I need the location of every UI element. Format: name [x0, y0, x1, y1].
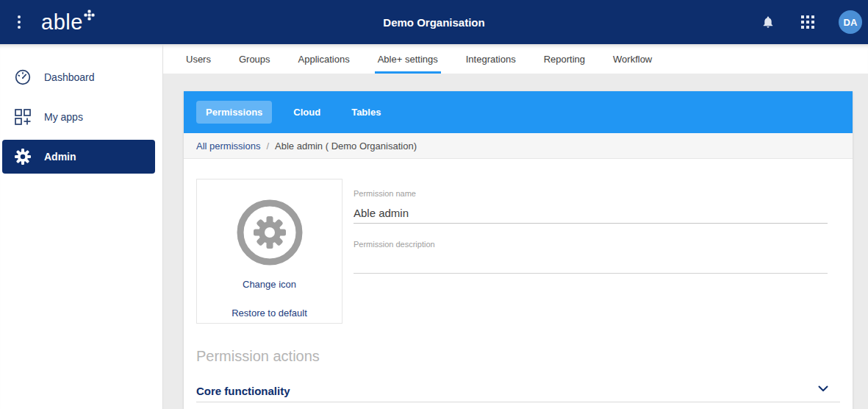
breadcrumb-current: Able admin ( Demo Organisation): [275, 141, 417, 152]
permission-actions-heading: Permission actions: [196, 348, 320, 365]
tab-integrations[interactable]: Integrations: [463, 44, 519, 74]
apps-grid-icon[interactable]: [799, 13, 817, 31]
dashboard-gauge-icon: [14, 68, 32, 86]
tab-able-settings[interactable]: Able+ settings: [375, 44, 441, 74]
sidebar-item-label: Admin: [44, 151, 76, 163]
breadcrumb-all-permissions[interactable]: All permissions: [196, 141, 260, 152]
gear-icon: [235, 198, 304, 267]
chevron-down-icon[interactable]: [818, 385, 828, 392]
page-title: Demo Organisation: [383, 0, 484, 44]
tab-workflow[interactable]: Workflow: [610, 44, 655, 74]
core-functionality-section[interactable]: Core functionality: [196, 380, 840, 402]
tab-reporting[interactable]: Reporting: [541, 44, 588, 74]
gear-icon: [14, 148, 32, 166]
subtab-cloud[interactable]: Cloud: [284, 101, 330, 124]
permission-description-label: Permission description: [354, 240, 435, 249]
topbar-actions: DA: [759, 10, 862, 34]
subtab-bar: Permissions Cloud Tables: [184, 91, 853, 133]
permissions-card: Permissions Cloud Tables All permissions…: [184, 91, 853, 409]
top-navbar: able Demo Organisation: [0, 0, 868, 44]
tab-users[interactable]: Users: [183, 44, 214, 74]
breadcrumb: All permissions / Able admin ( Demo Orga…: [184, 133, 853, 159]
logo-plus-icon: [84, 10, 95, 21]
core-functionality-label: Core functionality: [196, 385, 290, 397]
kebab-menu-icon[interactable]: [15, 13, 24, 32]
permission-name-input[interactable]: [354, 203, 828, 224]
sidebar-item-admin[interactable]: Admin: [2, 140, 155, 174]
able-logo: able: [41, 11, 95, 33]
change-icon-link[interactable]: Change icon: [197, 279, 342, 290]
sidebar: Dashboard My apps: [0, 44, 163, 409]
restore-default-link[interactable]: Restore to default: [197, 307, 342, 319]
sidebar-item-label: My apps: [44, 111, 83, 123]
breadcrumb-separator: /: [266, 141, 269, 152]
tab-applications[interactable]: Applications: [295, 44, 353, 74]
sidebar-item-label: Dashboard: [44, 71, 95, 83]
subtab-tables[interactable]: Tables: [342, 101, 390, 124]
tab-groups[interactable]: Groups: [236, 44, 273, 74]
permission-icon-panel: Change icon Restore to default: [196, 179, 342, 324]
sidebar-item-my-apps[interactable]: My apps: [0, 101, 163, 133]
apps-plus-icon: [14, 108, 32, 126]
settings-tabs: Users Groups Applications Able+ settings…: [163, 44, 868, 74]
user-avatar[interactable]: DA: [839, 10, 862, 34]
bell-icon[interactable]: [759, 13, 777, 31]
sidebar-item-dashboard[interactable]: Dashboard: [0, 61, 163, 93]
permission-name-label: Permission name: [354, 189, 416, 198]
app-window: able Demo Organisation: [0, 0, 868, 409]
logo-text: able: [41, 11, 83, 33]
subtab-permissions[interactable]: Permissions: [196, 101, 272, 124]
permission-description-input[interactable]: [354, 252, 828, 274]
